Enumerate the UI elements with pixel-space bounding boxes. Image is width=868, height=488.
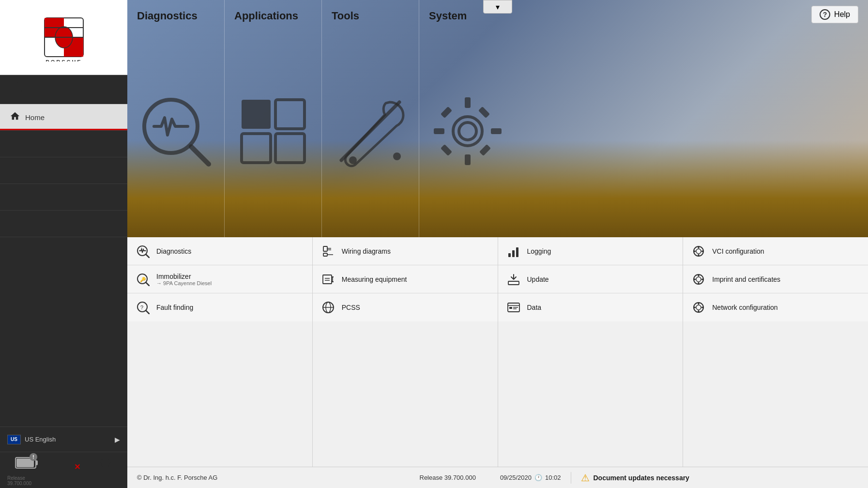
footer-alert: ⚠ Document updates necessary bbox=[571, 472, 859, 484]
menu-item-vci[interactable]: VCI configuration bbox=[683, 237, 868, 265]
svg-rect-61 bbox=[509, 307, 512, 309]
update-label: Update bbox=[527, 275, 549, 283]
measuring-menu-icon bbox=[320, 272, 336, 287]
language-arrow-icon: ▶ bbox=[115, 436, 120, 443]
sidebar-user-row bbox=[0, 75, 127, 104]
help-circle-icon: ? bbox=[820, 9, 830, 20]
sidebar-item-3[interactable] bbox=[0, 157, 127, 184]
tools-icon-area bbox=[332, 30, 409, 232]
applications-icon-area bbox=[234, 30, 312, 232]
user-icon bbox=[10, 81, 23, 98]
svg-rect-67 bbox=[698, 254, 700, 257]
svg-rect-11 bbox=[36, 460, 38, 465]
menu-item-measuring[interactable]: Measuring equipment bbox=[313, 265, 498, 293]
category-applications[interactable]: Applications bbox=[225, 0, 322, 237]
svg-rect-66 bbox=[698, 246, 700, 248]
help-label: Help bbox=[834, 10, 850, 19]
category-diagnostics-title: Diagnostics bbox=[137, 10, 214, 22]
menu-item-wiring[interactable]: Wiring diagrams bbox=[313, 237, 498, 265]
category-system[interactable]: System bbox=[419, 0, 516, 237]
category-tools-title: Tools bbox=[332, 10, 409, 22]
sidebar-item-2[interactable] bbox=[0, 131, 127, 157]
svg-point-24 bbox=[459, 122, 476, 140]
svg-rect-31 bbox=[478, 106, 490, 118]
svg-line-16 bbox=[191, 147, 209, 164]
power-button[interactable] bbox=[99, 456, 112, 470]
wiring-menu-icon bbox=[320, 244, 336, 259]
menu-item-network[interactable]: Network configuration bbox=[683, 293, 868, 321]
menu-item-immobilizer[interactable]: 🔑 Immobilizer → 9PA Cayenne Diesel bbox=[127, 265, 312, 293]
logging-menu-icon bbox=[506, 244, 521, 259]
sidebar-bottom-icons: ! ✕ bbox=[0, 452, 127, 473]
sidebar-nav: Home US US English ▶ bbox=[0, 75, 127, 488]
svg-rect-46 bbox=[323, 275, 332, 284]
svg-rect-72 bbox=[698, 274, 700, 276]
category-tools[interactable]: Tools bbox=[322, 0, 419, 237]
vci-icon[interactable]: ✕ bbox=[58, 456, 78, 470]
immobilizer-label: Immobilizer bbox=[156, 273, 212, 280]
svg-text:🔑: 🔑 bbox=[140, 276, 146, 283]
category-applications-title: Applications bbox=[234, 10, 312, 22]
alert-triangle-icon: ⚠ bbox=[581, 472, 590, 484]
dropdown-button[interactable]: ▾ bbox=[483, 0, 512, 14]
svg-rect-30 bbox=[479, 144, 491, 155]
svg-rect-79 bbox=[698, 310, 700, 313]
immobilizer-text: Immobilizer → 9PA Cayenne Diesel bbox=[156, 273, 212, 286]
svg-rect-17 bbox=[242, 100, 271, 129]
svg-point-21 bbox=[349, 156, 357, 164]
sidebar-item-5[interactable] bbox=[0, 211, 127, 237]
svg-line-37 bbox=[146, 283, 149, 286]
svg-text:?: ? bbox=[140, 305, 143, 310]
immobilizer-sublabel: → 9PA Cayenne Diesel bbox=[156, 280, 212, 286]
sidebar-item-home[interactable]: Home bbox=[0, 104, 127, 131]
sidebar-version: Release 39.700.000 bbox=[0, 473, 127, 488]
svg-text:PORSCHE: PORSCHE bbox=[46, 59, 82, 61]
svg-rect-28 bbox=[491, 128, 502, 134]
language-flag: US bbox=[7, 435, 21, 444]
menu-grid: Diagnostics 🔑 Immobilizer → 9PA Cayenne … bbox=[127, 237, 868, 467]
menu-item-imprint[interactable]: Imprint and certificates bbox=[683, 265, 868, 293]
top-bar: ▾ bbox=[483, 0, 512, 14]
vci-menu-icon bbox=[691, 244, 706, 259]
menu-item-diagnostics[interactable]: Diagnostics bbox=[127, 237, 312, 265]
svg-point-23 bbox=[393, 152, 401, 160]
language-left: US US English bbox=[7, 435, 56, 444]
menu-col-system: VCI configuration Imprint and cert bbox=[683, 237, 868, 467]
immobilizer-menu-icon: 🔑 bbox=[135, 272, 151, 287]
diagnostics-menu-icon bbox=[135, 244, 151, 259]
svg-rect-80 bbox=[693, 307, 696, 308]
svg-line-40 bbox=[146, 311, 149, 314]
vci-config-label: VCI configuration bbox=[712, 247, 764, 255]
network-label: Network configuration bbox=[712, 304, 777, 311]
svg-rect-69 bbox=[701, 250, 704, 252]
menu-item-fault-finding[interactable]: ? Fault finding bbox=[127, 293, 312, 321]
svg-rect-62 bbox=[513, 307, 518, 308]
sidebar-item-4[interactable] bbox=[0, 184, 127, 211]
svg-rect-26 bbox=[465, 154, 471, 165]
svg-rect-73 bbox=[698, 282, 700, 285]
system-category-icon bbox=[429, 92, 506, 170]
menu-item-pcss[interactable]: PCSS bbox=[313, 293, 498, 321]
language-selector[interactable]: US US English ▶ bbox=[0, 427, 127, 452]
data-menu-icon bbox=[506, 300, 521, 315]
svg-line-34 bbox=[146, 255, 149, 258]
battery-icon[interactable]: ! bbox=[15, 456, 38, 470]
menu-item-data[interactable]: Data bbox=[498, 293, 683, 321]
svg-point-65 bbox=[696, 249, 701, 254]
system-icon-area bbox=[429, 30, 506, 232]
svg-rect-25 bbox=[465, 97, 471, 108]
menu-item-logging[interactable]: Logging bbox=[498, 237, 683, 265]
update-menu-icon bbox=[506, 272, 521, 287]
logging-label: Logging bbox=[527, 247, 551, 255]
menu-item-update[interactable]: Update bbox=[498, 265, 683, 293]
svg-point-71 bbox=[696, 277, 701, 282]
svg-rect-20 bbox=[275, 134, 305, 163]
sidebar: PORSCHE Home bbox=[0, 0, 127, 488]
pcss-menu-icon bbox=[320, 300, 336, 315]
help-button[interactable]: ? Help bbox=[811, 6, 858, 23]
svg-rect-27 bbox=[434, 128, 444, 134]
clock-icon: 🕐 bbox=[534, 474, 542, 481]
footer: © Dr. Ing. h.c. F. Porsche AG Release 39… bbox=[127, 467, 868, 488]
category-diagnostics[interactable]: Diagnostics bbox=[127, 0, 225, 237]
network-menu-icon bbox=[691, 300, 706, 315]
